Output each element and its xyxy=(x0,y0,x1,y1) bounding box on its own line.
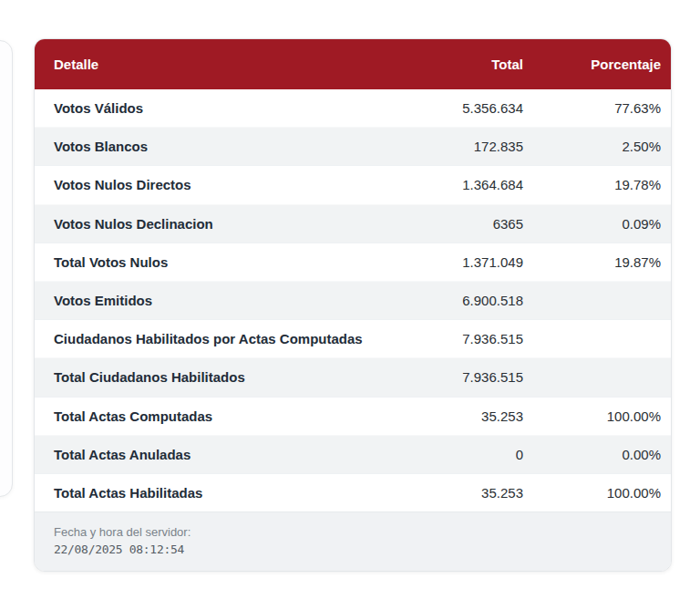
row-total: 1.364.684 xyxy=(386,177,523,192)
row-label: Total Actas Anuladas xyxy=(54,447,386,462)
table-row: Votos Válidos5.356.63477.63% xyxy=(35,89,671,127)
row-label: Votos Válidos xyxy=(54,100,386,116)
row-total: 0 xyxy=(386,447,523,462)
table-row: Votos Emitidos6.900.518 xyxy=(35,281,671,319)
row-percentage: 2.50% xyxy=(523,139,661,154)
column-header-porcentaje: Porcentaje xyxy=(523,57,661,72)
results-card: Detalle Total Porcentaje Votos Válidos5.… xyxy=(34,38,672,572)
table-row: Total Actas Anuladas00.00% xyxy=(35,435,671,473)
table-row: Votos Nulos Declinacion63650.09% xyxy=(35,204,671,243)
row-percentage: 19.78% xyxy=(523,177,661,192)
row-total: 6.900.518 xyxy=(386,293,523,308)
table-row: Total Actas Computadas35.253100.00% xyxy=(35,397,671,435)
table-row: Total Actas Habilitadas35.253100.00% xyxy=(35,473,671,512)
row-label: Total Votos Nulos xyxy=(54,254,386,270)
table-row: Ciudadanos Habilitados por Actas Computa… xyxy=(35,319,671,357)
server-time-value: 22/08/2025 08:12:54 xyxy=(54,541,652,559)
row-percentage: 100.00% xyxy=(523,408,661,424)
row-label: Votos Emitidos xyxy=(54,293,386,308)
row-label: Votos Blancos xyxy=(54,139,386,154)
row-label: Total Ciudadanos Habilitados xyxy=(54,369,386,385)
column-header-total: Total xyxy=(386,57,523,72)
row-label: Votos Nulos Directos xyxy=(54,177,386,192)
row-percentage: 100.00% xyxy=(523,485,661,501)
row-percentage: 19.87% xyxy=(523,254,661,270)
row-percentage: 77.63% xyxy=(523,100,661,116)
row-total: 1.371.049 xyxy=(386,254,523,270)
server-time-label: Fecha y hora del servidor: xyxy=(54,524,652,541)
row-label: Votos Nulos Declinacion xyxy=(54,216,386,232)
table-body: Votos Válidos5.356.63477.63%Votos Blanco… xyxy=(35,89,671,512)
table-row: Total Ciudadanos Habilitados7.936.515 xyxy=(35,357,671,396)
row-percentage: 0.09% xyxy=(523,216,661,232)
row-total: 35.253 xyxy=(386,485,523,501)
column-header-detalle: Detalle xyxy=(54,57,386,72)
row-label: Total Actas Habilitadas xyxy=(54,485,386,501)
partial-card-left xyxy=(0,40,13,497)
row-total: 172.835 xyxy=(386,139,523,154)
row-total: 35.253 xyxy=(386,408,523,424)
table-footer: Fecha y hora del servidor: 22/08/2025 08… xyxy=(35,512,671,571)
page: Detalle Total Porcentaje Votos Válidos5.… xyxy=(0,0,700,589)
table-row: Votos Nulos Directos1.364.68419.78% xyxy=(35,165,671,203)
row-label: Ciudadanos Habilitados por Actas Computa… xyxy=(54,331,386,346)
table-header: Detalle Total Porcentaje xyxy=(35,39,671,89)
table-row: Votos Blancos172.8352.50% xyxy=(35,127,671,165)
row-total: 7.936.515 xyxy=(386,331,523,346)
row-total: 5.356.634 xyxy=(386,100,523,116)
table-row: Total Votos Nulos1.371.04919.87% xyxy=(35,243,671,281)
row-total: 7.936.515 xyxy=(386,369,523,385)
row-percentage: 0.00% xyxy=(523,447,661,462)
row-total: 6365 xyxy=(386,216,523,232)
row-label: Total Actas Computadas xyxy=(54,408,386,424)
